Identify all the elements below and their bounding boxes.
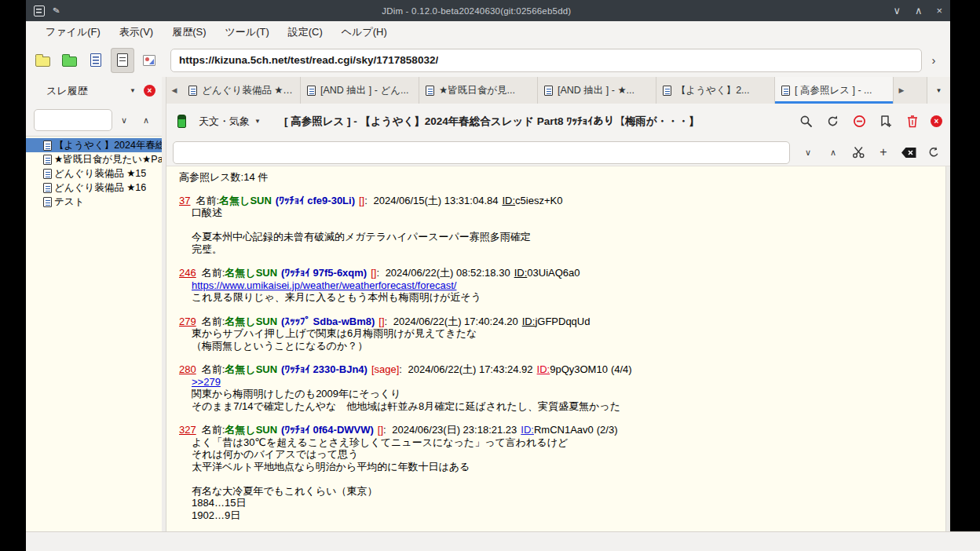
id-prefix[interactable]: ID: [502, 195, 515, 206]
add-icon[interactable]: + [873, 142, 894, 162]
menu-item[interactable]: 履歴(S) [163, 22, 214, 42]
tab-doc-icon [781, 86, 790, 96]
delete-icon[interactable] [904, 113, 921, 130]
id-count: (2/3) [597, 424, 618, 436]
title-bar[interactable]: ✏ JDim - 0.12.0-beta20240630(git:02566eb… [26, 0, 950, 21]
thread-tab[interactable]: どんぐり装備品 ★15 [182, 77, 301, 104]
id-prefix[interactable]: ID: [521, 424, 534, 436]
post: 37名前:名無しSUN(ﾜｯﾁｮｲ cfe9-30Li)[]: 2024/06/… [179, 195, 939, 256]
menu-item[interactable]: ヘルプ(H) [333, 22, 396, 42]
bookmark-icon[interactable] [877, 113, 894, 130]
anchor-link[interactable]: >>279 [192, 376, 221, 388]
find-down-icon[interactable]: ∨ [798, 142, 818, 162]
post-body: よく「昔は30℃を超えることさえ珍しくてニュースになった」って言われるけどそれは… [192, 436, 939, 522]
post-number[interactable]: 37 [179, 195, 190, 206]
poster-name: 名無しSUN [225, 316, 277, 327]
sidebar-thread-item[interactable]: どんぐり装備品 ★16 [26, 181, 162, 195]
sidebar-thread-item[interactable]: どんぐり装備品 ★15 [26, 166, 162, 181]
menu-item[interactable]: 設定(C) [280, 22, 331, 42]
colon: : [376, 267, 382, 279]
thread-tab[interactable]: 【ようやく】2... [656, 77, 775, 104]
thread-content[interactable]: 高参照レス数:14 件 37名前:名無しSUN(ﾜｯﾁｮｲ cfe9-30Li)… [166, 166, 945, 531]
sidebar-search-up-icon[interactable]: ∧ [136, 110, 156, 130]
url-bar[interactable]: https://kizuna.5ch.net/test/read.cgi/sky… [170, 49, 922, 72]
tab-scroll-left-icon[interactable]: ◀ [166, 77, 182, 104]
thread-view-button[interactable] [111, 48, 134, 73]
wacchoi-id: (ﾜｯﾁｮｲ 2330-BJn4) [281, 363, 368, 375]
thread-tab[interactable]: ★皆既日食が見... [419, 77, 538, 104]
close-button[interactable]: × [936, 5, 942, 16]
minimize-button[interactable]: ∨ [893, 5, 901, 16]
extract-icon[interactable] [848, 142, 868, 162]
name-label: 名前: [202, 316, 225, 327]
sidebar-item-label: どんぐり装備品 ★16 [54, 181, 146, 195]
menu-item[interactable]: ファイル(F) [37, 22, 109, 42]
vertical-scrollbar[interactable] [945, 166, 950, 531]
thread-title: [ 高参照レス ] - 【ようやく】2024年春総合スレッド Part8 ﾜｯﾁ… [273, 115, 791, 129]
search-icon[interactable] [797, 113, 814, 130]
id-value[interactable]: jGFPDqqUd [535, 316, 590, 327]
thread-doc-icon [43, 169, 52, 179]
menu-bar: ファイル(F)表示(V)履歴(S)ツール(T)設定(C)ヘルプ(H) [26, 21, 950, 43]
sidebar-close-icon[interactable] [144, 85, 155, 97]
mail-field: [sage] [371, 363, 399, 375]
board-list-button[interactable] [31, 48, 54, 73]
find-up-icon[interactable]: ∧ [823, 142, 843, 162]
reload-icon[interactable] [824, 113, 841, 130]
favorites-button[interactable] [57, 48, 81, 73]
sidebar-thread-item[interactable]: 【ようやく】2024年春総合ス [26, 138, 162, 152]
sidebar-dropdown-icon[interactable]: ▼ [126, 84, 139, 97]
id-prefix[interactable]: ID: [514, 267, 528, 279]
id-value[interactable]: 03UiAQ6a0 [527, 267, 580, 279]
close-thread-icon[interactable] [931, 115, 942, 127]
id-prefix[interactable]: ID: [537, 363, 550, 375]
url-text[interactable]: https://kizuna.5ch.net/test/read.cgi/sky… [179, 54, 438, 66]
id-value[interactable]: RmCN1Aav0 [534, 424, 594, 436]
post-number[interactable]: 246 [179, 267, 196, 279]
board-select[interactable]: 天文・気象 ▼ [192, 111, 267, 132]
post-datetime: 2024/06/15(土) 13:31:04.84 [373, 195, 498, 206]
board-pencil-icon [177, 115, 186, 128]
post-datetime: 2024/06/23(日) 23:18:21.23 [392, 424, 517, 436]
image-view-button[interactable] [137, 48, 161, 73]
url-link[interactable]: https://www.umikaisei.jp/weather/weather… [192, 279, 456, 291]
post-line: よく「昔は30℃を超えることさえ珍しくてニュースになった」って言われるけど [192, 436, 939, 449]
post-number[interactable]: 327 [179, 424, 196, 436]
tab-scroll-right-icon[interactable]: ▶ [894, 77, 909, 104]
id-value[interactable]: c5iesz+K0 [515, 195, 562, 206]
maximize-button[interactable]: ∧ [915, 5, 923, 16]
sidebar-item-label: どんぐり装備品 ★15 [54, 167, 146, 181]
post-datetime: 2024/06/22(土) 08:52:18.30 [386, 267, 510, 279]
sidebar-search-down-icon[interactable]: ∨ [114, 110, 134, 130]
sidebar-thread-item[interactable]: テスト [26, 195, 162, 209]
post-line: （梅雨無しということになるのか？） [192, 340, 939, 352]
post-line: 東からサブハイ押し上げで関東は6月梅雨明けが見えてきたな [192, 327, 939, 340]
thread-tab[interactable]: [ 高参照レス ] - ... [775, 77, 894, 104]
post-number[interactable]: 280 [179, 363, 196, 375]
find-input[interactable] [173, 141, 790, 164]
thread-tab[interactable]: [AND 抽出 ] - ★... [538, 77, 656, 104]
stop-icon[interactable] [850, 113, 868, 130]
name-label: 名前: [202, 267, 225, 279]
menu-item[interactable]: 表示(V) [111, 22, 162, 42]
thread-tab[interactable]: [AND 抽出 ] - どん... [301, 77, 419, 104]
tab-list-dropdown[interactable]: ▼ [927, 77, 950, 104]
clear-icon[interactable] [898, 142, 919, 162]
post-number[interactable]: 279 [179, 316, 196, 327]
thread-doc-icon [43, 183, 52, 193]
menu-item[interactable]: ツール(T) [217, 22, 278, 42]
sidebar-thread-item[interactable]: ★皆既日食が見たい★Par [26, 152, 162, 166]
tab-label: [ 高参照レス ] - ... [795, 84, 872, 97]
sidebar-search-input[interactable] [34, 109, 112, 131]
id-prefix[interactable]: ID: [522, 316, 536, 327]
post: 327名前:名無しSUN(ﾜｯﾁｮｲ 0f64-DWVW)[]: 2024/06… [179, 424, 939, 521]
sidebar-item-label: 【ようやく】2024年春総合ス [54, 139, 162, 152]
board-view-button[interactable] [84, 48, 108, 73]
tab-bar: ◀ どんぐり装備品 ★15 [AND 抽出 ] - どん... ★皆既日食が見.… [166, 77, 950, 104]
tab-doc-icon [188, 86, 197, 96]
open-url-button[interactable]: › [925, 53, 942, 67]
sidebar-thread-history: スレ履歴 ▼ ∨ ∧ 【ようやく】2024年春総合ス ★皆既日食が見たい★Par… [26, 77, 166, 531]
tab-label: ★皆既日食が見... [439, 84, 515, 97]
undo-icon[interactable] [923, 142, 944, 162]
id-value[interactable]: 9pQy3OM10 [550, 363, 608, 375]
